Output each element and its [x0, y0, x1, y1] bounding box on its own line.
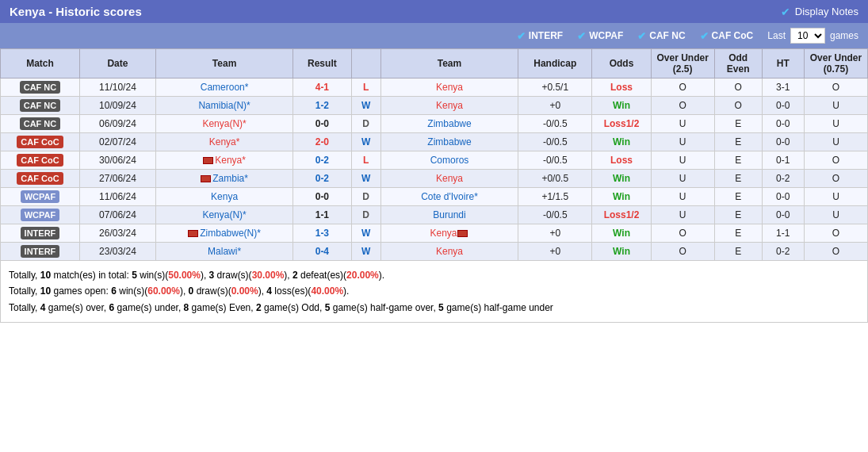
cell-odds: Win [592, 188, 651, 206]
col-team2: Team [380, 49, 518, 79]
competition-badge: WCPAF [21, 190, 60, 203]
cell-team2: Kenya [380, 224, 518, 243]
col-ht: HT [762, 49, 804, 79]
cell-oe: E [714, 188, 762, 206]
filter-interf[interactable]: ✔ INTERF [517, 30, 563, 42]
summary-section: Totally, 10 match(es) in total: 5 win(s)… [0, 261, 868, 323]
cell-odds: Loss [592, 79, 651, 97]
cell-odds: Loss1/2 [592, 115, 651, 133]
cell-oe: E [714, 151, 762, 170]
historic-scores-table: Match Date Team Result Team Handicap Odd… [0, 48, 868, 261]
cell-ht: 0-0 [762, 133, 804, 151]
filter-interf-check[interactable]: ✔ [517, 30, 526, 42]
cell-ou25: O [651, 97, 714, 115]
competition-badge: INTERF [21, 245, 60, 258]
competition-badge: CAF NC [20, 99, 61, 112]
page-title: Kenya - Historic scores [10, 5, 142, 18]
cell-team2: Comoros [380, 151, 518, 170]
cell-ht: 3-1 [762, 79, 804, 97]
cell-date: 10/09/24 [79, 97, 155, 115]
col-oe: Odd Even [714, 49, 762, 79]
cell-ht: 0-2 [762, 170, 804, 188]
table-row: INTERF 23/03/24 Malawi* 0-4 W Kenya +0 W… [1, 243, 868, 261]
cell-ou075: U [804, 115, 867, 133]
filter-interf-label: INTERF [529, 30, 563, 41]
cell-team1: Kenya* [155, 151, 293, 170]
cell-team2: Kenya [380, 170, 518, 188]
cell-ht: 0-0 [762, 97, 804, 115]
table-row: CAF NC 10/09/24 Namibia(N)* 1-2 W Kenya … [1, 97, 868, 115]
summary-line1: Totally, 10 match(es) in total: 5 win(s)… [9, 267, 859, 283]
cell-ht: 0-0 [762, 115, 804, 133]
cell-team1: Kenya [155, 188, 293, 206]
filter-wcpaf-check[interactable]: ✔ [577, 30, 586, 42]
filter-caf-nc-label: CAF NC [649, 30, 685, 41]
cell-ou075: O [804, 224, 867, 243]
filter-caf-nc[interactable]: ✔ CAF NC [637, 30, 685, 42]
cell-handicap: -0/0.5 [518, 151, 592, 170]
competition-badge: CAF CoC [17, 172, 63, 185]
cell-res-letter: D [351, 188, 380, 206]
cell-res-letter: L [351, 151, 380, 170]
cell-competition: CAF NC [1, 115, 80, 133]
table-row: INTERF 26/03/24 Zimbabwe(N)* 1-3 W Kenya… [1, 224, 868, 243]
col-ou25: Over Under (2.5) [651, 49, 714, 79]
cell-ou25: U [651, 188, 714, 206]
cell-ou075: O [804, 243, 867, 261]
col-match: Match [1, 49, 80, 79]
cell-oe: O [714, 79, 762, 97]
cell-handicap: +0 [518, 243, 592, 261]
competition-badge: INTERF [21, 227, 60, 239]
cell-date: 26/03/24 [79, 224, 155, 243]
cell-ou075: U [804, 133, 867, 151]
filter-caf-coc-check[interactable]: ✔ [700, 30, 709, 42]
cell-ou25: U [651, 133, 714, 151]
display-notes-check[interactable]: ✔ [781, 6, 790, 18]
cell-team2: Cote d'Ivoire* [380, 188, 518, 206]
filter-caf-coc[interactable]: ✔ CAF CoC [700, 30, 754, 42]
cell-team2: Kenya [380, 243, 518, 261]
cell-date: 07/06/24 [79, 206, 155, 224]
cell-odds: Win [592, 133, 651, 151]
cell-ou25: U [651, 115, 714, 133]
col-ou075: Over Under (0.75) [804, 49, 867, 79]
cell-ou075: U [804, 188, 867, 206]
cell-competition: INTERF [1, 224, 80, 243]
cell-team1: Kenya* [155, 133, 293, 151]
games-count-select[interactable]: 10 20 30 [790, 28, 825, 44]
cell-date: 23/03/24 [79, 243, 155, 261]
display-notes-label[interactable]: Display Notes [795, 6, 858, 17]
cell-handicap: +1/1.5 [518, 188, 592, 206]
cell-result: 1-1 [293, 206, 351, 224]
cell-oe: E [714, 224, 762, 243]
table-row: CAF NC 06/09/24 Kenya(N)* 0-0 D Zimbabwe… [1, 115, 868, 133]
cell-odds: Loss [592, 151, 651, 170]
table-row: WCPAF 11/06/24 Kenya 0-0 D Cote d'Ivoire… [1, 188, 868, 206]
cell-team2: Burundi [380, 206, 518, 224]
cell-result: 0-0 [293, 115, 351, 133]
cell-result: 4-1 [293, 79, 351, 97]
cell-ou075: O [804, 170, 867, 188]
cell-team1: Zambia* [155, 170, 293, 188]
competition-badge: CAF NC [20, 117, 61, 130]
cell-team2: Kenya [380, 79, 518, 97]
filter-wcpaf[interactable]: ✔ WCPAF [577, 30, 623, 42]
filter-caf-nc-check[interactable]: ✔ [637, 30, 646, 42]
cell-competition: CAF NC [1, 79, 80, 97]
cell-ht: 0-2 [762, 243, 804, 261]
cell-competition: CAF CoC [1, 170, 80, 188]
cell-ou25: O [651, 224, 714, 243]
cell-res-letter: D [351, 206, 380, 224]
cell-team1: Kenya(N)* [155, 115, 293, 133]
cell-handicap: -0/0.5 [518, 133, 592, 151]
cell-result: 0-2 [293, 170, 351, 188]
cell-ou25: U [651, 170, 714, 188]
cell-ht: 0-0 [762, 188, 804, 206]
cell-team1: Kenya(N)* [155, 206, 293, 224]
cell-team1: Cameroon* [155, 79, 293, 97]
table-row: WCPAF 07/06/24 Kenya(N)* 1-1 D Burundi -… [1, 206, 868, 224]
cell-handicap: +0 [518, 97, 592, 115]
cell-ht: 0-1 [762, 151, 804, 170]
filter-wcpaf-label: WCPAF [589, 30, 623, 41]
cell-oe: E [714, 115, 762, 133]
